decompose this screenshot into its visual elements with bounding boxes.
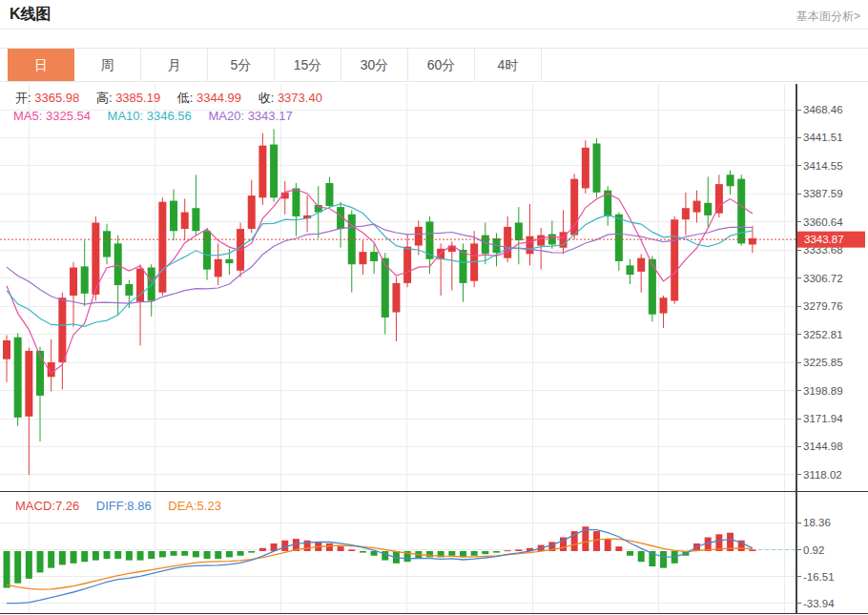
candle [482, 236, 489, 255]
candle [258, 146, 266, 198]
candle [25, 351, 32, 417]
candle [114, 243, 122, 285]
macd-bar [660, 551, 667, 568]
macd-layer [4, 526, 797, 603]
price-tick-label: 3198.89 [803, 385, 843, 397]
tab-5min[interactable]: 5分 [208, 49, 275, 81]
candle [682, 208, 690, 219]
price-axis-labels: 3468.463441.513414.553387.593360.643333.… [796, 104, 843, 609]
macd-bar [248, 551, 255, 553]
page-title: K线图 [10, 5, 52, 25]
candle [392, 283, 400, 313]
kline-page: { "header": { "title": "K线图", "link": "基… [0, 0, 868, 615]
candle [36, 351, 44, 396]
macd-bar [593, 531, 600, 551]
price-tick-label: 3252.81 [803, 329, 843, 340]
macd-bar [14, 551, 21, 584]
macd-bar [338, 546, 344, 551]
macd-bar [114, 551, 121, 559]
macd-bar [37, 551, 44, 572]
macd-bar [159, 551, 166, 557]
macd-bar [4, 551, 10, 588]
candle [370, 252, 378, 261]
price-tick-label: 3279.76 [803, 300, 843, 312]
macd-bar [382, 551, 388, 561]
candle [727, 174, 734, 186]
macd-tick-label: 0.92 [803, 544, 824, 556]
price-tick-label: 3225.85 [803, 357, 843, 368]
price-tick-label: 3360.64 [803, 216, 843, 228]
macd-bar [204, 551, 211, 559]
tab-15min[interactable]: 15分 [275, 49, 341, 81]
macd-bar [326, 543, 333, 551]
price-tick-label: 3414.55 [803, 160, 843, 172]
macd-bar [605, 539, 611, 551]
macd-bar [137, 551, 144, 561]
candle [203, 231, 211, 269]
macd-bar [238, 551, 244, 556]
macd-bar [638, 551, 645, 562]
macd-bar [471, 551, 478, 556]
tab-60min[interactable]: 60分 [408, 49, 475, 81]
tab-week[interactable]: 周 [74, 49, 141, 81]
candle [715, 184, 723, 214]
macd-bar [360, 551, 366, 553]
tab-4hour[interactable]: 4时 [475, 49, 542, 81]
candle [649, 259, 656, 315]
candle [248, 195, 256, 229]
price-tick-label: 3387.59 [803, 188, 843, 199]
price-tick-label: 3171.94 [803, 413, 843, 424]
price-tick-label: 3144.98 [803, 441, 843, 452]
current-price-badge: 3343.87 [797, 232, 865, 248]
candle [615, 215, 623, 261]
candle [325, 183, 333, 206]
candle [58, 297, 66, 362]
candle [181, 213, 189, 229]
candle [270, 145, 278, 198]
candle [103, 231, 111, 256]
candle [215, 259, 222, 277]
candle [671, 219, 678, 300]
macd-bar [126, 551, 133, 561]
candle [693, 201, 701, 213]
macd-tick-label: -16.51 [803, 571, 835, 583]
macd-bar [482, 551, 488, 554]
kline-macd-chart[interactable]: 3468.463441.513414.553387.593360.643333.… [0, 84, 868, 615]
candle [403, 247, 411, 283]
interval-tab-bar: 日 周 月 5分 15分 30分 60分 4时 [0, 48, 868, 82]
candle [704, 203, 712, 215]
macd-bar [426, 551, 433, 557]
macd-bar [193, 551, 199, 557]
macd-bar [104, 551, 111, 559]
macd-bar [26, 551, 32, 579]
candle [459, 250, 466, 283]
price-tick-label: 3441.51 [803, 132, 843, 143]
candle [81, 266, 89, 293]
candle [225, 259, 233, 263]
candle [637, 258, 645, 272]
macd-bar [93, 551, 99, 561]
macd-bar [448, 551, 455, 556]
macd-bar [627, 551, 633, 556]
price-tick-label: 3118.02 [803, 469, 842, 481]
candle [582, 148, 589, 189]
macd-bar [181, 551, 188, 556]
macd-bar [615, 546, 622, 551]
candle [125, 284, 133, 296]
macd-tick-label: 18.36 [803, 517, 831, 528]
fundamental-analysis-link[interactable]: 基本面分析> [796, 9, 860, 25]
candle [660, 297, 668, 313]
tab-month[interactable]: 月 [141, 49, 208, 81]
candle [515, 223, 523, 241]
dea-line [7, 539, 753, 589]
macd-tick-label: -33.94 [803, 598, 835, 609]
tab-30min[interactable]: 30分 [341, 49, 408, 81]
macd-bar [48, 551, 54, 568]
candle [570, 179, 578, 236]
macd-bar [749, 549, 755, 551]
macd-bar [81, 551, 88, 562]
candle [70, 268, 77, 297]
tab-day[interactable]: 日 [8, 49, 74, 81]
macd-bar [493, 551, 500, 553]
frame-layer [0, 84, 868, 614]
